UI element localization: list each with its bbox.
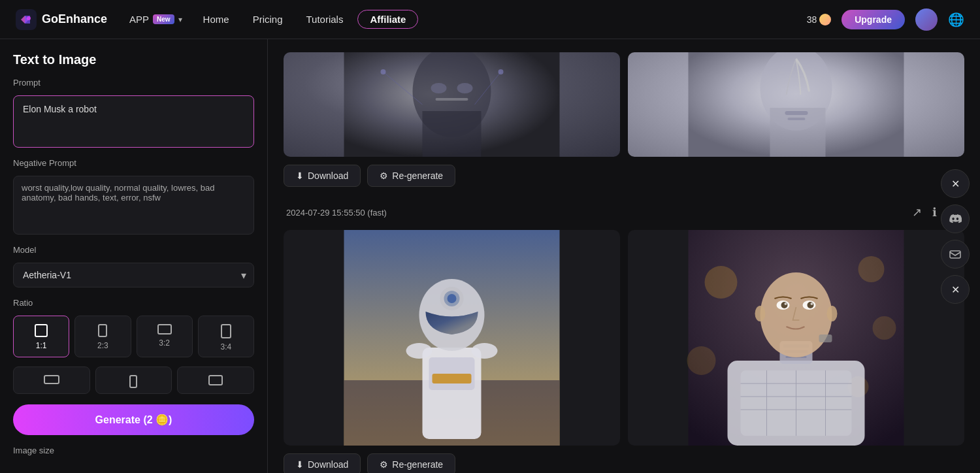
- svg-rect-7: [436, 98, 468, 101]
- ratio-grid-2: [13, 367, 254, 394]
- svg-point-50: [808, 302, 814, 308]
- globe-icon[interactable]: 🌐: [948, 12, 964, 27]
- generated-image-2: [628, 52, 964, 157]
- regen-icon-2: ⚙: [380, 459, 388, 470]
- btn-row-2: ⬇ Download ⚙ Re-generate: [284, 453, 964, 473]
- generation-block-2: 2024-07-29 15:55:50 (fast) ↗ ℹ 🗑: [284, 203, 964, 473]
- credits-display: 38: [807, 14, 832, 25]
- regenerate-button-2[interactable]: ⚙ Re-generate: [367, 453, 455, 473]
- logo[interactable]: GoEnhance: [16, 9, 107, 30]
- nav-pricing[interactable]: Pricing: [244, 10, 292, 29]
- ratio-2-3[interactable]: 2:3: [74, 316, 131, 357]
- ratio-extra-2[interactable]: [95, 367, 172, 394]
- download-button-2[interactable]: ⬇ Download: [284, 453, 361, 473]
- ratio-square-icon: [35, 324, 48, 337]
- download-label-2: Download: [308, 459, 348, 470]
- svg-point-6: [457, 83, 473, 93]
- neg-prompt-label: Negative Prompt: [13, 158, 254, 168]
- new-badge: New: [153, 14, 174, 24]
- generated-image-3: [284, 230, 620, 446]
- regen-label-1: Re-generate: [392, 171, 443, 181]
- ratio-wide-icon: [157, 324, 172, 334]
- images-row-2: [284, 230, 964, 446]
- side-email-button[interactable]: [941, 240, 970, 269]
- svg-rect-14: [770, 108, 826, 157]
- svg-point-49: [781, 302, 788, 308]
- regen-label-2: Re-generate: [392, 459, 443, 470]
- model-section: Model Aetheria-V1 ▾: [13, 245, 254, 287]
- neg-prompt-section: Negative Prompt: [13, 158, 254, 235]
- download-icon-1: ⬇: [296, 171, 304, 181]
- svg-point-30: [858, 256, 885, 282]
- svg-point-22: [406, 343, 433, 359]
- generated-image-1: [284, 52, 620, 157]
- nav-home[interactable]: Home: [194, 10, 238, 29]
- prompt-label: Prompt: [13, 78, 254, 88]
- avatar[interactable]: [915, 8, 938, 31]
- generate-label: Generate (2 🪙): [95, 414, 172, 426]
- svg-point-31: [873, 316, 896, 340]
- ratio-3-2-label: 3:2: [159, 338, 170, 348]
- robot-image-svg-1: [284, 52, 620, 157]
- ratio-extra-3-icon: [208, 375, 223, 385]
- prompt-input[interactable]: [13, 95, 254, 148]
- images-row-1: [284, 52, 964, 157]
- ratio-3-2[interactable]: 3:2: [137, 316, 193, 357]
- content-area: ⬇ Download ⚙ Re-generate 2024-07-29 15:5…: [268, 39, 980, 473]
- neg-prompt-input[interactable]: [13, 176, 254, 235]
- gen-timestamp-2: 2024-07-29 15:55:50 (fast): [286, 208, 387, 218]
- side-discord-button[interactable]: [941, 204, 970, 233]
- regenerate-button-1[interactable]: ⚙ Re-generate: [367, 165, 455, 187]
- generation-block-1: ⬇ Download ⚙ Re-generate: [284, 52, 964, 187]
- download-label-1: Download: [308, 171, 348, 181]
- svg-point-1: [27, 16, 31, 20]
- svg-rect-16: [788, 118, 806, 120]
- app-menu-button[interactable]: APP New ▾: [123, 10, 189, 29]
- svg-point-51: [785, 302, 787, 305]
- ratio-grid: 1:1 2:3 3:2 3:4: [13, 316, 254, 357]
- svg-point-32: [687, 346, 716, 375]
- ratio-extra-1[interactable]: [13, 367, 90, 394]
- download-icon-2: ⬇: [296, 459, 304, 470]
- side-buttons: ✕ ✕: [941, 169, 970, 304]
- svg-point-27: [448, 294, 457, 303]
- ratio-1-1-label: 1:1: [36, 341, 47, 350]
- discord-icon: [949, 212, 962, 225]
- generate-button[interactable]: Generate (2 🪙): [13, 404, 254, 435]
- ratio-1-1[interactable]: 1:1: [13, 316, 69, 357]
- ratio-3-4[interactable]: 3:4: [198, 316, 254, 357]
- model-label: Model: [13, 245, 254, 255]
- email-icon: [949, 248, 962, 261]
- ratio-tall2-icon: [221, 324, 231, 338]
- btn-row-1: ⬇ Download ⚙ Re-generate: [284, 165, 964, 187]
- nav-tutorials[interactable]: Tutorials: [297, 10, 352, 29]
- download-button-1[interactable]: ⬇ Download: [284, 165, 361, 187]
- svg-point-23: [472, 343, 498, 359]
- navbar: GoEnhance APP New ▾ Home Pricing Tutoria…: [0, 0, 980, 39]
- prompt-section: Prompt: [13, 78, 254, 148]
- app-label: APP: [129, 14, 149, 25]
- side-close-button-1[interactable]: ✕: [941, 169, 970, 198]
- upgrade-button[interactable]: Upgrade: [841, 10, 905, 29]
- image-size-label: Image size: [13, 446, 254, 455]
- ratio-section: Ratio 1:1 2:3 3:2 3:4: [13, 298, 254, 394]
- regen-icon-1: ⚙: [380, 171, 388, 181]
- generated-image-4: [628, 230, 964, 446]
- logo-text: GoEnhance: [42, 12, 107, 26]
- svg-point-29: [705, 266, 738, 299]
- svg-rect-55: [819, 334, 832, 342]
- svg-point-54: [827, 306, 838, 321]
- robot-image-svg-3: [284, 230, 620, 446]
- ratio-extra-1-icon: [44, 375, 59, 384]
- ratio-extra-3[interactable]: [177, 367, 254, 394]
- info-button-2[interactable]: ℹ: [930, 203, 939, 222]
- chevron-down-icon: ▾: [178, 15, 182, 24]
- share-button-2[interactable]: ↗: [909, 203, 924, 222]
- ratio-2-3-label: 2:3: [97, 341, 108, 350]
- nav-affiliate[interactable]: Affiliate: [357, 10, 418, 29]
- main-layout: Text to Image Prompt Negative Prompt Mod…: [0, 39, 980, 473]
- logo-icon: [16, 9, 37, 30]
- side-close-button-2[interactable]: ✕: [941, 275, 970, 304]
- model-select[interactable]: Aetheria-V1: [13, 263, 254, 287]
- model-select-wrapper: Aetheria-V1 ▾: [13, 263, 254, 287]
